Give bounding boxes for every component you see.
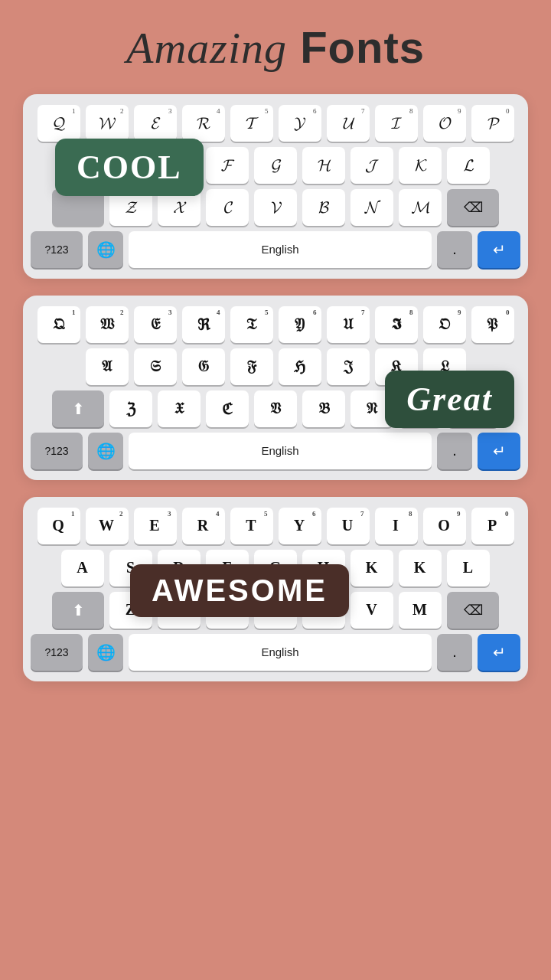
key-globe-3[interactable]: 🌐 [88,634,123,671]
key-r[interactable]: 4𝓡 [182,105,225,142]
key-delete-3[interactable]: ⌫ [447,592,499,629]
key-u-2[interactable]: 7𝔘 [327,306,370,343]
key-enter-2[interactable]: ↵ [478,433,520,469]
key-num-2[interactable]: ?123 [31,433,83,469]
key-p-3[interactable]: 0P [471,508,514,544]
key-p[interactable]: 0𝓟 [471,105,514,142]
key-f-2[interactable]: 𝔉 [230,348,273,385]
key-dot-2[interactable]: . [437,433,472,469]
keyboard-card-3: AWESOME 1Q 2W 3E 4R 5T 6Y 7U 8I 9O 0P A … [23,497,528,681]
key-g-2[interactable]: 𝔊 [182,348,225,385]
key-v[interactable]: 𝓥 [254,189,297,226]
key-m[interactable]: 𝓜 [399,189,442,226]
key-p-2[interactable]: 0𝔓 [471,306,514,343]
key-num-3[interactable]: ?123 [31,634,83,671]
kbd-bottom-2: ?123 🌐 English . ↵ [31,433,520,469]
keyboard-card-1: COOL 1𝓠 2𝓦 3𝓔 4𝓡 5𝓣 6𝓨 7𝓤 8𝓘 9𝓞 0𝓟 𝓐 𝓢 𝓓… [23,94,528,279]
key-num-1[interactable]: ?123 [31,231,83,268]
key-t-2[interactable]: 5𝔗 [230,306,273,343]
title-cursive: Amazing [126,23,287,73]
key-m-3[interactable]: M [399,592,442,629]
key-dot-1[interactable]: . [437,231,472,268]
key-y-3[interactable]: 6Y [279,508,321,544]
key-t[interactable]: 5𝓣 [230,105,273,142]
key-dot-3[interactable]: . [437,634,472,671]
key-q[interactable]: 1𝓠 [37,105,80,142]
key-w-2[interactable]: 2𝔚 [86,306,129,343]
key-shift-2[interactable]: ⬆ [52,390,104,427]
key-w-3[interactable]: 2W [86,508,129,544]
key-enter-3[interactable]: ↵ [478,634,520,671]
key-f[interactable]: 𝓕 [206,147,249,184]
kbd-bottom-3: ?123 🌐 English . ↵ [31,634,520,671]
key-q-2[interactable]: 1𝔔 [37,306,80,343]
key-i-2[interactable]: 8𝕴 [375,306,418,343]
key-w[interactable]: 2𝓦 [86,105,129,142]
kbd-row-1: 1𝓠 2𝓦 3𝓔 4𝓡 5𝓣 6𝓨 7𝓤 8𝓘 9𝓞 0𝓟 [31,105,520,142]
key-globe-1[interactable]: 🌐 [88,231,123,268]
key-o-3[interactable]: 9O [423,508,466,544]
badge-awesome: AWESOME [130,564,349,617]
key-globe-2[interactable]: 🌐 [88,433,123,469]
key-i-3[interactable]: 8I [375,508,418,544]
key-l[interactable]: 𝓛 [447,147,490,184]
kbd-bottom-1: ?123 🌐 English . ↵ [31,231,520,268]
key-c[interactable]: 𝓒 [206,189,249,226]
key-i[interactable]: 8𝓘 [375,105,418,142]
key-v-2[interactable]: 𝔙 [254,390,297,427]
key-a-3[interactable]: A [61,550,104,586]
key-r-3[interactable]: 4R [182,508,225,544]
key-y[interactable]: 6𝓨 [279,105,321,142]
key-r-2[interactable]: 4ℜ [182,306,225,343]
key-u-3[interactable]: 7U [327,508,370,544]
key-k-3[interactable]: K [399,550,442,586]
key-space-2[interactable]: English [129,433,432,469]
key-h[interactable]: 𝓗 [302,147,345,184]
page-title: Amazing Fonts [126,23,425,73]
key-enter-1[interactable]: ↵ [478,231,520,268]
key-x-2[interactable]: 𝔛 [158,390,201,427]
key-shift-3[interactable]: ⬆ [52,592,104,629]
kbd-row-1-k3: 1Q 2W 3E 4R 5T 6Y 7U 8I 9O 0P [31,508,520,544]
key-j[interactable]: 𝓙 [350,147,393,184]
key-space-1[interactable]: English [129,231,432,268]
key-b[interactable]: 𝓑 [302,189,345,226]
keyboard-card-2: Great 1𝔔 2𝔚 3𝔈 4ℜ 5𝔗 6𝔜 7𝔘 8𝕴 9𝔒 0𝔓 𝔄 𝔖 … [23,296,528,480]
key-g[interactable]: 𝓖 [254,147,297,184]
key-u[interactable]: 7𝓤 [327,105,370,142]
kbd-row-1-k2: 1𝔔 2𝔚 3𝔈 4ℜ 5𝔗 6𝔜 7𝔘 8𝕴 9𝔒 0𝔓 [31,306,520,343]
key-o[interactable]: 9𝓞 [423,105,466,142]
key-q-3[interactable]: 1Q [37,508,80,544]
key-o-2[interactable]: 9𝔒 [423,306,466,343]
key-k[interactable]: 𝓚 [399,147,442,184]
badge-great: Great [385,371,514,428]
key-a-2[interactable]: 𝔄 [86,348,129,385]
key-j-3[interactable]: K [350,550,393,586]
key-y-2[interactable]: 6𝔜 [279,306,321,343]
key-e[interactable]: 3𝓔 [134,105,177,142]
key-e-3[interactable]: 3E [134,508,177,544]
key-e-2[interactable]: 3𝔈 [134,306,177,343]
key-l-3[interactable]: L [447,550,490,586]
key-b-2[interactable]: 𝔅 [302,390,345,427]
key-n[interactable]: 𝓝 [350,189,393,226]
key-h-2[interactable]: ℌ [279,348,321,385]
key-j-2[interactable]: 𝔍 [327,348,370,385]
key-space-3[interactable]: English [129,634,432,671]
key-delete-1[interactable]: ⌫ [447,189,499,226]
key-z-2[interactable]: ℨ [109,390,152,427]
key-t-3[interactable]: 5T [230,508,273,544]
key-n-3[interactable]: V [350,592,393,629]
title-bold: Fonts [300,22,425,72]
key-s-2[interactable]: 𝔖 [134,348,177,385]
badge-cool: COOL [55,139,204,196]
key-c-2[interactable]: ℭ [206,390,249,427]
